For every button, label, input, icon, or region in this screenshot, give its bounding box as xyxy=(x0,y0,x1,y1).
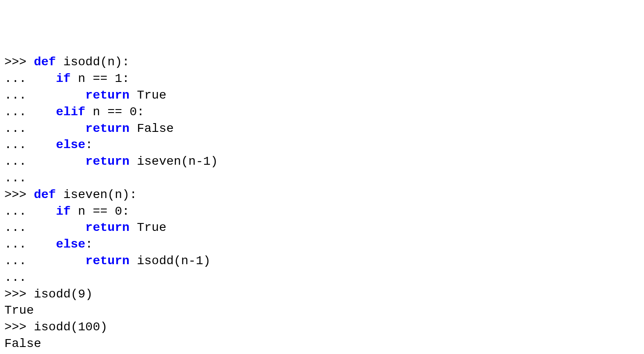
keyword-token: if xyxy=(56,205,71,218)
keyword-token: return xyxy=(85,122,130,135)
text-token: True xyxy=(4,304,34,317)
code-line: ... if n == 1: xyxy=(4,71,640,87)
text-token: False xyxy=(4,337,41,350)
code-line: True xyxy=(4,302,640,319)
keyword-token: if xyxy=(56,72,71,85)
text-token: True xyxy=(130,221,166,234)
text-token: iseven(n-1) xyxy=(130,155,218,168)
text-token: isodd(9) xyxy=(34,287,92,301)
code-line: ... return True xyxy=(4,87,640,104)
prompt-token: >>> xyxy=(4,287,34,301)
text-token: isodd(n): xyxy=(56,55,130,69)
text-token: iseven(n): xyxy=(56,188,137,202)
keyword-token: return xyxy=(85,155,130,168)
python-repl-session: >>> def isodd(n):... if n == 1:... retur… xyxy=(4,54,640,354)
text-token: n == 0: xyxy=(85,105,144,119)
keyword-token: return xyxy=(85,221,130,234)
code-line: ... else: xyxy=(4,137,640,153)
prompt-token: >>> xyxy=(4,55,34,69)
prompt-token: ... xyxy=(4,122,85,135)
keyword-token: return xyxy=(85,88,130,102)
prompt-token: ... xyxy=(4,271,26,284)
code-line: ... return iseven(n-1) xyxy=(4,153,640,170)
prompt-token: >>> xyxy=(4,188,34,202)
prompt-token: ... xyxy=(4,205,56,218)
text-token: n == 0: xyxy=(71,205,129,218)
prompt-token: >>> xyxy=(4,320,34,334)
prompt-token: ... xyxy=(4,221,85,234)
code-line: >>> iseven(100) xyxy=(4,352,640,354)
prompt-token: ... xyxy=(4,254,85,268)
code-line: >>> isodd(9) xyxy=(4,286,640,303)
text-token: False xyxy=(130,122,174,135)
text-token: : xyxy=(85,138,93,152)
text-token: isodd(100) xyxy=(34,320,107,334)
code-line: ... return isodd(n-1) xyxy=(4,253,640,269)
code-line: >>> def isodd(n): xyxy=(4,54,640,71)
prompt-token: ... xyxy=(4,155,85,168)
code-line: ... elif n == 0: xyxy=(4,104,640,120)
code-line: False xyxy=(4,336,640,352)
code-line: ... else: xyxy=(4,236,640,253)
prompt-token: ... xyxy=(4,105,56,119)
prompt-token: ... xyxy=(4,88,85,102)
text-token: n == 1: xyxy=(71,72,129,85)
prompt-token: ... xyxy=(4,171,26,185)
keyword-token: def xyxy=(34,55,56,69)
code-line: ... xyxy=(4,170,640,187)
keyword-token: def xyxy=(34,188,56,202)
prompt-token: ... xyxy=(4,72,56,85)
text-token: True xyxy=(130,88,166,102)
text-token: : xyxy=(85,237,93,251)
prompt-token: ... xyxy=(4,237,56,251)
code-line: >>> isodd(100) xyxy=(4,319,640,336)
keyword-token: else xyxy=(56,138,85,152)
text-token: isodd(n-1) xyxy=(130,254,211,268)
keyword-token: return xyxy=(85,254,130,268)
keyword-token: elif xyxy=(56,105,85,119)
code-line: ... return True xyxy=(4,219,640,236)
code-line: ... xyxy=(4,269,640,286)
code-line: ... if n == 0: xyxy=(4,203,640,220)
code-line: ... return False xyxy=(4,120,640,137)
prompt-token: ... xyxy=(4,138,56,152)
code-line: >>> def iseven(n): xyxy=(4,187,640,203)
keyword-token: else xyxy=(56,237,85,251)
